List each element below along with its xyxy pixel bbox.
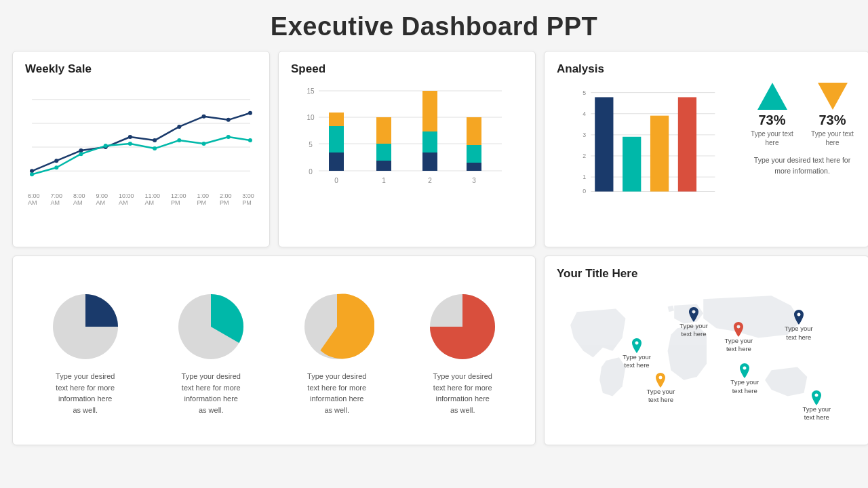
pie-label-4: Type your desiredtext here for moreinfor… xyxy=(433,371,492,415)
svg-point-20 xyxy=(177,138,181,142)
speed-title: Speed xyxy=(291,62,523,76)
pie-item-1: Type your desiredtext here for moreinfor… xyxy=(35,289,136,415)
pie-svg-3 xyxy=(300,289,374,364)
svg-point-14 xyxy=(30,172,34,176)
x-axis-labels: 6:00AM 7:00AM 8:00AM 9:00AM 10:00AM 11:0… xyxy=(25,191,257,206)
svg-text:5: 5 xyxy=(309,141,313,148)
pie-label-1: Type your desiredtext here for moreinfor… xyxy=(56,371,115,415)
svg-rect-38 xyxy=(422,152,437,171)
pie-label-2: Type your desiredtext here for moreinfor… xyxy=(182,371,241,415)
svg-point-13 xyxy=(248,111,252,115)
indicator-down-label: Type your text here xyxy=(808,129,856,147)
pie-item-2: Type your desiredtext here for moreinfor… xyxy=(160,289,262,415)
svg-text:15: 15 xyxy=(307,87,315,95)
speed-chart-container: 15 10 5 0 xyxy=(291,83,523,225)
svg-point-12 xyxy=(226,118,231,122)
arrow-down-icon xyxy=(818,83,848,110)
indicator-down-percent: 73% xyxy=(818,113,846,128)
pie-svg-4 xyxy=(425,289,500,364)
map-title: Your Title Here xyxy=(557,267,856,281)
svg-point-21 xyxy=(202,142,206,146)
pin-icon-7 xyxy=(811,390,822,405)
svg-point-22 xyxy=(226,135,231,139)
svg-rect-60 xyxy=(595,97,613,191)
pin-icon-3 xyxy=(793,310,804,325)
svg-point-9 xyxy=(153,138,157,142)
svg-text:0: 0 xyxy=(309,168,313,176)
pie-card: Type your desiredtext here for moreinfor… xyxy=(12,256,536,445)
indicator-up: 73% Type your text here xyxy=(748,83,796,147)
analysis-chart-svg: 5 4 3 2 1 0 xyxy=(557,83,741,205)
weekly-sale-title: Weekly Sale xyxy=(25,62,257,76)
svg-text:2: 2 xyxy=(583,152,586,159)
svg-point-17 xyxy=(104,144,108,148)
svg-rect-61 xyxy=(623,137,641,192)
svg-text:4: 4 xyxy=(583,110,586,117)
line-chart-svg xyxy=(25,83,257,191)
map-pin-6: Type yourtext here xyxy=(730,363,759,395)
svg-rect-32 xyxy=(329,152,344,171)
indicator-down: 73% Type your text here xyxy=(808,83,856,147)
map-area: Type yourtext here Type yourtext here Ty… xyxy=(557,286,856,435)
svg-text:0: 0 xyxy=(334,177,338,184)
pin-icon-6 xyxy=(739,363,750,378)
svg-text:5: 5 xyxy=(583,89,586,96)
analysis-content: 5 4 3 2 1 0 xyxy=(557,83,856,239)
svg-text:10: 10 xyxy=(307,114,315,121)
analysis-chart: 5 4 3 2 1 0 xyxy=(557,83,741,239)
svg-rect-39 xyxy=(422,131,437,152)
svg-text:1: 1 xyxy=(382,177,386,184)
svg-rect-35 xyxy=(376,161,391,171)
svg-text:0: 0 xyxy=(583,188,586,195)
indicator-up-percent: 73% xyxy=(758,113,785,128)
pin-icon-5 xyxy=(655,373,666,388)
svg-point-23 xyxy=(248,138,252,142)
speed-card: Speed 15 10 5 0 xyxy=(278,51,536,247)
svg-point-5 xyxy=(54,159,58,163)
pie-charts-row: Type your desiredtext here for moreinfor… xyxy=(22,270,526,435)
pie-item-3: Type your desiredtext here for moreinfor… xyxy=(286,289,388,415)
page-title: Executive Dashboard PPT xyxy=(271,0,597,51)
svg-rect-63 xyxy=(678,97,696,191)
svg-rect-36 xyxy=(376,144,391,161)
map-pin-1: Type yourtext here xyxy=(679,307,708,339)
svg-text:1: 1 xyxy=(583,174,586,180)
analysis-info-text: Type your desired text here for more inf… xyxy=(748,155,856,177)
weekly-sale-card: Weekly Sale xyxy=(12,51,270,247)
map-pin-3: Type yourtext here xyxy=(785,310,813,342)
pin-icon-4 xyxy=(631,338,642,353)
dashboard-grid: Weekly Sale xyxy=(0,51,868,445)
analysis-indicators: 73% Type your text here 73% Type your te… xyxy=(748,83,856,147)
svg-point-10 xyxy=(177,125,181,129)
pie-svg-2 xyxy=(174,289,248,364)
svg-rect-41 xyxy=(467,163,481,171)
svg-text:2: 2 xyxy=(428,177,432,184)
svg-text:3: 3 xyxy=(472,177,476,184)
analysis-title: Analysis xyxy=(557,62,856,76)
svg-point-8 xyxy=(128,135,132,139)
line-chart-area: 6:00AM 7:00AM 8:00AM 9:00AM 10:00AM 11:0… xyxy=(25,83,257,218)
svg-point-18 xyxy=(128,142,132,146)
svg-point-11 xyxy=(202,115,206,119)
map-pin-4: Type yourtext here xyxy=(623,338,651,370)
svg-rect-34 xyxy=(329,113,344,126)
map-pin-2: Type yourtext here xyxy=(725,322,753,354)
svg-text:3: 3 xyxy=(583,131,586,138)
pie-label-3: Type your desiredtext here for moreinfor… xyxy=(307,371,366,415)
svg-rect-33 xyxy=(329,126,344,152)
pie-item-4: Type your desiredtext here for moreinfor… xyxy=(412,289,513,415)
svg-point-16 xyxy=(79,152,83,156)
analysis-right: 73% Type your text here 73% Type your te… xyxy=(748,83,856,239)
svg-rect-40 xyxy=(422,91,437,131)
svg-rect-42 xyxy=(467,145,481,163)
analysis-card: Analysis 5 4 3 2 1 0 xyxy=(544,51,868,247)
pie-svg-1 xyxy=(48,289,123,364)
map-pin-5: Type yourtext here xyxy=(647,373,675,405)
svg-rect-37 xyxy=(376,117,391,144)
indicator-up-label: Type your text here xyxy=(748,129,796,147)
pin-icon-1 xyxy=(688,307,699,322)
speed-chart-svg: 15 10 5 0 xyxy=(291,83,523,225)
pin-icon-2 xyxy=(733,322,744,337)
svg-rect-43 xyxy=(467,117,481,145)
svg-point-19 xyxy=(153,146,157,150)
